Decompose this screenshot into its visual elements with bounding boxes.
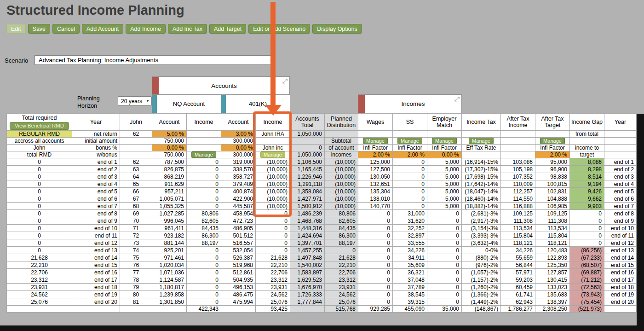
table-row-2: 0end of 263826,8750338,570(10,000)1,165,… xyxy=(7,166,637,173)
manage-button[interactable]: Manage xyxy=(363,138,388,144)
table-cell: (10,000) xyxy=(325,195,358,203)
manage-button[interactable]: Manage xyxy=(432,138,457,144)
subheader-cell xyxy=(120,145,152,151)
table-cell: 88,197 xyxy=(187,239,221,247)
toolbar-button-cancel[interactable]: Cancel xyxy=(52,24,80,34)
toolbar-button-edit-or-add-scenario[interactable]: Edit or Add Scenario xyxy=(248,24,310,34)
table-row-13: 0end of 1374925,2010532,05401,457,255003… xyxy=(7,247,637,254)
incomes-color-bar xyxy=(358,95,365,113)
toolbar-button-add-inc-tax[interactable]: Add Inc Tax xyxy=(168,24,207,34)
table-cell: 0 xyxy=(7,188,72,195)
totals-cell xyxy=(7,306,72,313)
table-cell: 37,789 xyxy=(393,284,427,291)
table-cell: 125,350 xyxy=(535,261,570,269)
rate-cell[interactable]: 2.00 % xyxy=(358,151,393,158)
expand-icon[interactable]: ⤢ xyxy=(454,95,460,103)
rate-cell[interactable]: 0.00 % xyxy=(152,145,187,151)
rate-cell[interactable]: 2.00 % xyxy=(393,151,427,158)
table-cell: 24,562 xyxy=(7,291,72,298)
table-cell: (73,943) xyxy=(570,291,604,298)
table-cell: 1,457,255 xyxy=(290,247,325,254)
table-cell: 0 xyxy=(358,298,393,306)
table-row-9: 0end of 970996,04582,605472,72301,468,76… xyxy=(7,217,637,225)
401k-color-bar xyxy=(221,95,226,113)
toolbar-button-display-options[interactable]: Display Options xyxy=(312,24,362,34)
table-cell: 34,226 xyxy=(501,247,535,254)
toolbar-button-add-target[interactable]: Add Target xyxy=(209,24,246,34)
column-header-planned-distribution-8: Planned Distribution xyxy=(325,114,358,131)
rate-cell[interactable]: 0.00 % xyxy=(221,145,256,151)
subheader-cell xyxy=(501,145,535,151)
subheader-cell: bonus % xyxy=(72,145,120,151)
table-cell: end of 8 xyxy=(604,210,637,217)
toolbar-button-edit[interactable]: Edit xyxy=(6,24,26,34)
table-cell: 787,500 xyxy=(152,158,187,166)
rate-cell[interactable]: 0.00 % xyxy=(427,151,462,158)
table-cell: 115,804 xyxy=(501,232,535,239)
column-header-year-16: Year xyxy=(604,114,637,131)
manage-button[interactable]: Manage xyxy=(191,151,216,158)
table-cell: 1,055,325 xyxy=(152,203,187,210)
table-cell: 0 xyxy=(358,276,393,284)
manage-button[interactable]: Manage xyxy=(397,138,422,144)
table-cell: 24,562 xyxy=(256,291,290,298)
table-cell: 0 xyxy=(393,195,427,203)
subheader-cell: Subtotal xyxy=(325,138,358,145)
table-cell: 5,000 xyxy=(427,158,462,166)
rate-cell[interactable]: 2.00 % xyxy=(535,151,570,158)
table-cell: 133,023 xyxy=(535,284,570,291)
table-cell: 120,483 xyxy=(535,247,570,254)
table-cell: 21,628 xyxy=(7,254,72,261)
table-cell: end of 8 xyxy=(72,210,120,217)
table-cell: 496,153 xyxy=(221,284,256,291)
table-cell: 31,620 xyxy=(393,217,427,225)
table-cell: end of 4 xyxy=(604,180,637,188)
table-cell: (10,000) xyxy=(256,203,290,210)
table-cell: end of 16 xyxy=(604,269,637,276)
table-cell: 486,905 xyxy=(221,225,256,232)
rate-cell[interactable]: 3.00 % xyxy=(221,131,256,138)
subheader-cell: John IRA xyxy=(256,131,290,138)
table-cell: (1,260)-2% xyxy=(462,284,501,291)
manage-button[interactable]: Manage xyxy=(260,151,285,158)
subheader-cell xyxy=(427,131,462,138)
scenario-select[interactable]: Advanced Tax Planning: Income Adjustment… xyxy=(34,55,275,65)
table-cell: end of 2 xyxy=(604,166,637,173)
table-cell: 36,321 xyxy=(393,269,427,276)
table-cell: 0 xyxy=(7,225,72,232)
table-cell: 1,106,500 xyxy=(290,158,325,166)
table-cell: 0 xyxy=(256,210,290,217)
subheader-cell: Manage xyxy=(393,138,427,145)
table-cell: 0 xyxy=(7,173,72,180)
table-cell: (10,000) xyxy=(325,166,358,173)
planning-horizon-select[interactable]: 20 years ▼ xyxy=(118,96,152,106)
expand-icon[interactable]: ⤢ xyxy=(282,77,288,85)
toolbar-button-add-account[interactable]: Add Account xyxy=(82,24,123,34)
totals-cell: 455,090 xyxy=(393,306,427,313)
table-cell: 34,226 xyxy=(393,247,427,254)
table-cell: 1,027,285 xyxy=(152,210,187,217)
rate-cell[interactable]: 5.00 % xyxy=(152,131,187,138)
table-cell: 0 xyxy=(427,298,462,306)
table-cell: 1,291,118 xyxy=(290,180,325,188)
column-header-employer-match-11: Employer Match xyxy=(427,114,462,131)
table-cell: end of 7 xyxy=(604,203,637,210)
table-cell: 0 xyxy=(427,232,462,239)
table-cell: 445,587 xyxy=(221,203,256,210)
view-beneficial-rmd-button[interactable]: View Beneficial RMD xyxy=(10,122,69,130)
planning-table: Total requiredView Beneficial RMDYearJoh… xyxy=(6,113,637,313)
total-required-label: Total required xyxy=(8,115,71,121)
table-cell: 113,534 xyxy=(501,225,535,232)
table-cell: 116,888 xyxy=(501,203,535,210)
table-cell: 319,000 xyxy=(221,158,256,166)
table-cell: 69 xyxy=(120,210,152,217)
table-cell: end of 12 xyxy=(604,239,637,247)
manage-button[interactable]: Manage xyxy=(540,138,565,144)
subheader-cell xyxy=(256,138,290,145)
table-cell: 106,985 xyxy=(535,203,570,210)
toolbar-button-save[interactable]: Save xyxy=(28,24,51,34)
toolbar-button-add-income[interactable]: Add Income xyxy=(126,24,166,34)
manage-button[interactable]: Manage xyxy=(469,138,494,144)
table-cell: 73 xyxy=(120,239,152,247)
table-cell: 0 xyxy=(187,158,221,166)
